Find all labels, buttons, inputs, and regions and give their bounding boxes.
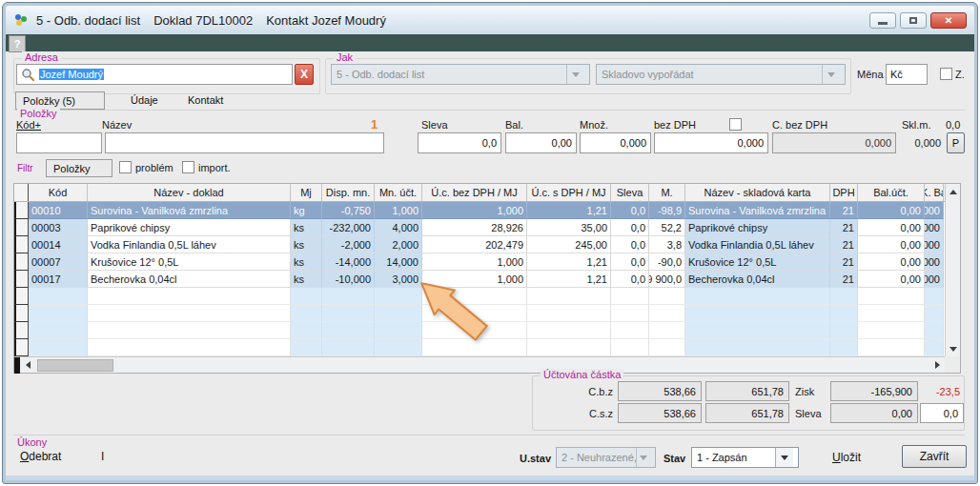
row-header-corner: [14, 184, 29, 201]
table-cell: [611, 339, 649, 356]
table-cell: 0,0000: [925, 236, 944, 253]
horizontal-scrollbar[interactable]: [14, 356, 945, 373]
column-header[interactable]: Bal.účt.: [858, 184, 925, 201]
table-cell: [291, 305, 322, 322]
table-cell: 21: [830, 236, 858, 253]
row-selector[interactable]: [14, 219, 29, 236]
scroll-up-icon[interactable]: [946, 184, 961, 199]
table-cell: [29, 339, 88, 356]
table-row[interactable]: 00007Krušovice 12° 0,5Lks-14,00014,0001,…: [14, 253, 945, 271]
row-selector[interactable]: [14, 339, 29, 356]
clear-adresa-button[interactable]: X: [295, 64, 314, 85]
table-cell: 1,000: [422, 271, 527, 288]
table-cell: [527, 322, 611, 339]
table-row[interactable]: 00010Surovina - Vanilková zmrzlinakg-0,7…: [14, 202, 945, 219]
stav-label: Stav: [664, 453, 685, 464]
summary-label: Účtována částka: [541, 369, 623, 380]
chevron-down-icon: [775, 448, 793, 467]
settle-mode-select[interactable]: Skladovo vypořádat: [596, 64, 846, 85]
toolbar: ?: [6, 34, 974, 51]
nazev-input[interactable]: [105, 132, 384, 153]
row-selector[interactable]: [14, 236, 29, 253]
table-cell: ks: [291, 253, 322, 271]
vertical-scrollbar[interactable]: [945, 184, 960, 356]
import-checkbox[interactable]: [182, 161, 194, 173]
table-cell: [858, 322, 925, 339]
table-cell: [322, 339, 375, 356]
table-cell: [375, 305, 422, 322]
kod-label[interactable]: Kód+: [16, 119, 41, 131]
table-row[interactable]: 00017Becherovka 0,04clks-10,0003,0001,00…: [14, 271, 945, 288]
title-bar[interactable]: 5 - Odb. dodací list Doklad 7DL10002 Kon…: [6, 6, 974, 34]
scroll-down-icon[interactable]: [946, 341, 961, 356]
doc-type-select[interactable]: 5 - Odb. dodací list: [331, 64, 590, 85]
bezdph-input[interactable]: 0,000: [654, 132, 768, 153]
column-header[interactable]: K. Ba: [925, 184, 944, 201]
ulozit-button[interactable]: Uložit: [832, 451, 861, 464]
summary-sleva-value: 0,00: [830, 403, 918, 423]
items-table: KódNázev - dokladMjDisp. mn.Mn. účt.Ú.c.…: [13, 183, 961, 374]
kod-input[interactable]: [16, 132, 102, 153]
column-header[interactable]: Disp. mn.: [322, 184, 375, 201]
sleva-input[interactable]: 0,0: [418, 132, 501, 153]
table-cell: [830, 305, 858, 322]
adresa-input[interactable]: Jozef Moudrý: [16, 64, 293, 85]
scroll-left-icon[interactable]: [20, 357, 35, 373]
column-header[interactable]: Název - doklad: [88, 184, 291, 201]
column-header[interactable]: Ú.c. bez DPH / MJ: [422, 184, 527, 201]
zavrit-button[interactable]: Zavřít: [902, 445, 967, 468]
ustav-select[interactable]: 2 - Neuhrazené, be:: [556, 447, 656, 468]
table-cell: 3,8: [649, 236, 685, 253]
mena-input[interactable]: Kč: [886, 64, 928, 85]
table-row[interactable]: 00003Paprikové chipsyks-232,0004,00028,9…: [14, 219, 945, 236]
table-cell: -232,000: [322, 219, 375, 236]
mnoz-input[interactable]: 0,000: [580, 132, 651, 153]
column-header[interactable]: Kód: [29, 184, 88, 201]
table-cell: -14,000: [322, 253, 375, 271]
close-button[interactable]: ✕: [930, 12, 967, 29]
column-header[interactable]: Mn. účt.: [375, 184, 422, 201]
column-header[interactable]: Ú.c. s DPH / MJ: [527, 184, 611, 201]
maximize-button[interactable]: [900, 12, 927, 29]
problem-checkbox[interactable]: [119, 161, 132, 173]
column-header[interactable]: Sleva: [611, 184, 649, 201]
row-selector[interactable]: [14, 202, 29, 219]
p-button[interactable]: P: [947, 132, 965, 153]
row-selector[interactable]: [14, 322, 29, 339]
bezdph-checkbox[interactable]: [729, 118, 742, 131]
column-header[interactable]: DPH: [830, 184, 858, 201]
table-cell: 0,00: [858, 271, 925, 288]
csz-value-1: 538,66: [618, 403, 702, 423]
bal-input[interactable]: 0,00: [505, 132, 577, 153]
tab-kontakt[interactable]: Kontakt: [188, 94, 223, 106]
table-cell: kg: [291, 202, 322, 219]
table-cell: 1,21: [527, 253, 611, 271]
odebrat-button[interactable]: Odebrat: [20, 450, 61, 463]
stav-select[interactable]: 1 - Zapsán: [691, 447, 799, 468]
table-cell: [527, 288, 611, 305]
table-row[interactable]: 00014Vodka Finlandia 0,5L láhevks-2,0002…: [14, 236, 945, 253]
column-header[interactable]: M.: [649, 184, 685, 201]
column-header[interactable]: Mj: [291, 184, 322, 201]
table-cell: Surovina - Vanilková zmrzlina: [685, 202, 830, 219]
column-header[interactable]: Název - skladová karta: [685, 184, 830, 201]
row-selector[interactable]: [14, 288, 29, 305]
hscroll-thumb[interactable]: [37, 359, 113, 372]
table-cell: [830, 322, 858, 339]
z-checkbox[interactable]: [940, 68, 952, 80]
cbz-label: C.b.z: [575, 386, 613, 397]
scroll-right-icon[interactable]: [929, 357, 945, 373]
filter-tab-polozky[interactable]: Položky: [46, 159, 112, 177]
empty-table-row: [14, 322, 945, 339]
help-button[interactable]: ?: [9, 35, 26, 52]
minimize-button[interactable]: [869, 12, 896, 29]
summary-sleva-pct-input[interactable]: 0,0: [920, 403, 964, 423]
mena-label: Měna: [857, 69, 884, 80]
row-selector[interactable]: [14, 271, 29, 288]
tab-udaje[interactable]: Údaje: [131, 94, 158, 106]
row-selector[interactable]: [14, 253, 29, 271]
table-cell: 1,000: [375, 202, 422, 219]
table-cell: -2,000: [322, 236, 375, 253]
row-selector[interactable]: [14, 305, 29, 322]
jak-label: Jak: [334, 51, 356, 63]
